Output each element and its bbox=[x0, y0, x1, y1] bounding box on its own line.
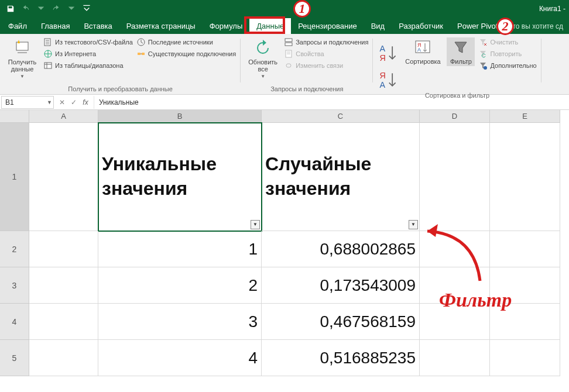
cell-E4[interactable] bbox=[490, 304, 560, 340]
col-header-C[interactable]: C bbox=[262, 110, 420, 123]
queries-label: Запросы и подключения bbox=[296, 39, 368, 46]
row-header-5[interactable]: 5 bbox=[0, 340, 29, 376]
undo-dropdown-icon[interactable] bbox=[34, 2, 48, 16]
cell-A4[interactable] bbox=[29, 304, 98, 340]
cell-C1[interactable]: Случайные значения▼ bbox=[262, 123, 420, 231]
ribbon-tabs: Файл Главная Вставка Разметка страницы Ф… bbox=[0, 18, 569, 34]
cell-C4[interactable]: 0,467568159 bbox=[262, 304, 420, 340]
cell-A5[interactable] bbox=[29, 340, 98, 376]
get-data-button[interactable]: Получить данные ▼ bbox=[5, 37, 40, 79]
clear-label: Очистить bbox=[490, 39, 518, 46]
recent-sources-label: Последние источники bbox=[148, 39, 213, 46]
svg-text:Я: Я bbox=[380, 53, 386, 63]
svg-rect-8 bbox=[285, 43, 292, 46]
advanced-label: Дополнительно bbox=[490, 62, 536, 69]
links-icon bbox=[284, 61, 293, 70]
cell-D5[interactable] bbox=[420, 340, 490, 376]
sort-az-button[interactable]: AЯ bbox=[378, 40, 399, 66]
tab-file[interactable]: Файл bbox=[1, 18, 34, 34]
chevron-down-icon: ▼ bbox=[20, 74, 25, 79]
sort-button[interactable]: ЯA Сортировка bbox=[402, 37, 443, 65]
reapply-button: Повторить bbox=[478, 49, 536, 59]
save-icon[interactable] bbox=[4, 2, 18, 16]
name-box[interactable]: B1▼ bbox=[1, 96, 54, 109]
queries-button[interactable]: Запросы и подключения bbox=[284, 37, 368, 47]
cell-E1[interactable] bbox=[490, 123, 560, 231]
tab-data[interactable]: Данные bbox=[249, 18, 291, 34]
chevron-down-icon[interactable]: ▼ bbox=[47, 99, 52, 105]
redo-dropdown-icon[interactable] bbox=[64, 2, 78, 16]
cell-A2[interactable] bbox=[29, 231, 98, 267]
undo-icon[interactable] bbox=[19, 2, 33, 16]
tab-view[interactable]: Вид bbox=[364, 18, 392, 34]
cell-D3[interactable] bbox=[420, 267, 490, 304]
recent-sources-button[interactable]: Последние источники bbox=[136, 37, 236, 47]
cell-E3[interactable] bbox=[490, 267, 560, 304]
col-header-B[interactable]: B bbox=[98, 110, 262, 123]
advanced-filter-button[interactable]: Дополнительно bbox=[478, 61, 536, 70]
row-header-4[interactable]: 4 bbox=[0, 304, 29, 340]
edit-links-button: Изменить связи bbox=[284, 61, 368, 70]
cell-B2[interactable]: 1 bbox=[98, 231, 262, 267]
cell-B5[interactable]: 4 bbox=[98, 340, 262, 376]
filter-dropdown-icon[interactable]: ▼ bbox=[409, 220, 418, 229]
tell-me-search[interactable]: то вы хотите сд bbox=[512, 22, 568, 34]
cell-D1[interactable] bbox=[420, 123, 490, 231]
cell-C3[interactable]: 0,173543009 bbox=[262, 267, 420, 304]
row-header-2[interactable]: 2 bbox=[0, 231, 29, 267]
group-queries: Обновить все ▼ Запросы и подключения Сво… bbox=[241, 35, 373, 94]
group-sort-filter: AЯ ЯA ЯA Сортировка Фильтр Очистить Повт… bbox=[373, 35, 541, 94]
tab-layout[interactable]: Разметка страницы bbox=[119, 18, 203, 34]
svg-rect-7 bbox=[285, 39, 292, 42]
col-header-E[interactable]: E bbox=[490, 110, 560, 123]
sort-icon: ЯA bbox=[413, 39, 432, 57]
qat-customize-icon[interactable] bbox=[80, 2, 94, 16]
chevron-down-icon: ▼ bbox=[260, 74, 265, 79]
get-data-label: Получить данные bbox=[5, 59, 40, 73]
tab-formulas[interactable]: Формулы bbox=[203, 18, 250, 34]
existing-conn-button[interactable]: Существующие подключения bbox=[136, 49, 236, 59]
tab-developer[interactable]: Разработчик bbox=[392, 18, 450, 34]
column-headers-row: A B C D E bbox=[0, 110, 569, 123]
enter-formula-icon: ✓ bbox=[68, 96, 80, 109]
cell-C2[interactable]: 0,688002865 bbox=[262, 231, 420, 267]
cell-E5[interactable] bbox=[490, 340, 560, 376]
svg-text:A: A bbox=[380, 44, 386, 53]
group-get-label: Получить и преобразовать данные bbox=[5, 85, 236, 94]
col-header-A[interactable]: A bbox=[29, 110, 98, 123]
cell-B4[interactable]: 3 bbox=[98, 304, 262, 340]
row-header-1[interactable]: 1 bbox=[0, 123, 29, 231]
svg-text:A: A bbox=[417, 47, 421, 53]
filter-button[interactable]: Фильтр bbox=[447, 37, 475, 66]
from-web-button[interactable]: Из Интернета bbox=[43, 49, 133, 59]
recent-icon bbox=[136, 37, 146, 47]
from-table-button[interactable]: Из таблицы/диапазона bbox=[43, 61, 133, 70]
col-header-D[interactable]: D bbox=[420, 110, 490, 123]
row-header-3[interactable]: 3 bbox=[0, 267, 29, 304]
tab-insert[interactable]: Вставка bbox=[77, 18, 119, 34]
table-icon bbox=[43, 61, 53, 70]
refresh-all-label: Обновить все bbox=[245, 59, 280, 73]
filter-dropdown-icon[interactable]: ▼ bbox=[251, 220, 260, 229]
fx-icon[interactable]: fx bbox=[80, 96, 91, 109]
sort-za-button[interactable]: ЯA bbox=[378, 67, 399, 92]
cell-D2[interactable] bbox=[420, 231, 490, 267]
tab-powerpivot[interactable]: Power Pivot bbox=[450, 18, 505, 34]
cell-A3[interactable] bbox=[29, 267, 98, 304]
select-all-corner[interactable] bbox=[0, 110, 29, 123]
tab-review[interactable]: Рецензирование bbox=[291, 18, 364, 34]
from-web-label: Из Интернета bbox=[55, 50, 96, 57]
cell-E2[interactable] bbox=[490, 231, 560, 267]
cell-C5[interactable]: 0,516885235 bbox=[262, 340, 420, 376]
redo-icon[interactable] bbox=[49, 2, 63, 16]
svg-rect-6 bbox=[142, 53, 145, 55]
cell-B1[interactable]: Уникальные значения▼ bbox=[98, 123, 262, 231]
cell-A1[interactable] bbox=[29, 123, 98, 231]
clear-filter-button: Очистить bbox=[478, 37, 536, 47]
edit-links-label: Изменить связи bbox=[296, 62, 343, 69]
tab-home[interactable]: Главная bbox=[34, 18, 77, 34]
refresh-all-button[interactable]: Обновить все ▼ bbox=[245, 37, 280, 79]
cell-B3[interactable]: 2 bbox=[98, 267, 262, 304]
from-csv-button[interactable]: Из текстового/CSV-файла bbox=[43, 37, 133, 47]
cell-D4[interactable] bbox=[420, 304, 490, 340]
